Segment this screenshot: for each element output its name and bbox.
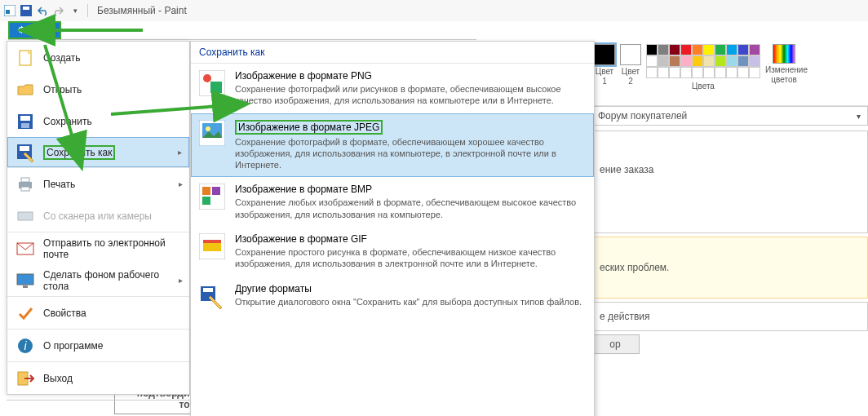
menu-label: О программе (43, 340, 103, 352)
sub-item-title: Изображение в формате GIF (235, 233, 367, 245)
color-swatch[interactable] (658, 55, 669, 67)
sub-item-desc: Сохранение фотографий в формате, обеспеч… (235, 136, 586, 171)
bg-forum-row[interactable]: Форум покупателей▾ (591, 106, 868, 126)
menu-label: Отправить по электронной почте (43, 237, 181, 260)
color-swatch[interactable] (646, 55, 658, 67)
save-as-submenu: Сохранить как Изображение в формате PNG … (190, 41, 595, 416)
color-swatch[interactable] (726, 55, 737, 67)
color-swatch[interactable] (749, 44, 760, 55)
color-swatch[interactable] (715, 55, 726, 67)
menu-label: Сделать фоном рабочего стола (43, 269, 181, 292)
properties-item[interactable]: Свойства (7, 297, 189, 329)
submenu-title: Сохранить как (191, 42, 594, 64)
svg-point-21 (203, 74, 211, 82)
email-item[interactable]: Отправить по электронной почте (7, 232, 189, 264)
save-item[interactable]: Сохранить (7, 105, 189, 137)
color-swatch[interactable] (646, 44, 658, 55)
sub-item-title: Другие форматы (235, 283, 312, 294)
background-page: Форум покупателей▾ ение заказа еских про… (591, 106, 868, 354)
menu-label: Открыть (43, 84, 82, 95)
color-swatch[interactable] (680, 44, 692, 55)
color-swatch[interactable] (669, 44, 680, 55)
app-icon[interactable] (3, 4, 16, 17)
color-swatch[interactable] (692, 44, 703, 55)
qat-dropdown-icon[interactable]: ▾ (69, 4, 82, 17)
window-title: Безымянный - Paint (97, 5, 187, 16)
save-icon[interactable] (20, 4, 33, 17)
color-swatch-empty[interactable] (669, 67, 680, 78)
svg-rect-28 (212, 187, 220, 195)
scanner-item: Со сканера или камеры (7, 200, 189, 232)
edit-colors-button[interactable]: Изменение цветов (765, 44, 803, 85)
svg-rect-6 (20, 116, 30, 121)
color-swatch[interactable] (669, 55, 680, 67)
color-swatch[interactable] (737, 44, 749, 55)
other-formats-icon (199, 283, 225, 309)
chevron-down-icon: ▾ (857, 112, 861, 121)
scanner-icon (16, 206, 35, 226)
saveas-other[interactable]: Другие форматы Открытие диалогового окна… (191, 277, 594, 316)
sub-item-desc: Открытие диалогового окна "Сохранить как… (235, 296, 582, 308)
color1-swatch[interactable]: Цвет 1 (594, 44, 615, 86)
menu-label: Сохранить (43, 116, 92, 127)
svg-rect-12 (21, 187, 29, 191)
info-icon: i (16, 336, 35, 356)
color-swatch-empty[interactable] (703, 67, 715, 78)
bg-button[interactable]: ор (591, 334, 640, 354)
color-swatch[interactable] (703, 55, 715, 67)
redo-icon[interactable] (52, 4, 65, 17)
color2-swatch[interactable]: Цвет 2 (620, 44, 641, 86)
ribbon-colors-group: Цвет 1 Цвет 2 Цвета Изменение цветов (591, 41, 868, 106)
svg-rect-34 (203, 288, 213, 292)
file-tab[interactable]: Файл▼ (8, 21, 61, 39)
exit-item[interactable]: Выход (7, 362, 189, 394)
about-item[interactable]: i О программе (7, 330, 189, 361)
color-swatch[interactable] (737, 55, 749, 67)
envelope-icon (16, 239, 35, 259)
saveas-bmp[interactable]: Изображение в формате BMP Сохранение люб… (191, 177, 594, 227)
saveas-jpeg[interactable]: Изображение в формате JPEG Сохранение фо… (191, 113, 594, 178)
color-swatch-empty[interactable] (726, 67, 737, 78)
checkmark-icon (16, 303, 35, 323)
menu-label: Со сканера или камеры (43, 210, 152, 222)
color-swatch[interactable] (658, 44, 669, 55)
color-swatch[interactable] (680, 55, 692, 67)
color-swatch-empty[interactable] (737, 67, 749, 78)
exit-icon (16, 369, 35, 388)
color-swatch-empty[interactable] (749, 67, 760, 78)
file-menu: Создать Открыть Сохранить Сохранить как … (7, 41, 190, 395)
color-swatch-empty[interactable] (680, 67, 692, 78)
save-as-item[interactable]: Сохранить как (7, 137, 189, 167)
svg-rect-29 (202, 197, 210, 205)
color-swatch-empty[interactable] (646, 67, 658, 78)
bmp-icon (199, 184, 225, 210)
svg-rect-3 (23, 7, 29, 10)
sub-item-desc: Сохранение простого рисунка в формате, о… (235, 246, 586, 270)
new-file-icon (16, 48, 35, 68)
color-swatch-empty[interactable] (658, 67, 669, 78)
color-swatch[interactable] (692, 55, 703, 67)
bg-actions-row: е действия (591, 302, 868, 331)
color-swatch[interactable] (715, 44, 726, 55)
sub-item-title: Изображение в формате JPEG (235, 120, 383, 135)
undo-icon[interactable] (36, 4, 49, 17)
wallpaper-item[interactable]: Сделать фоном рабочего стола (7, 264, 189, 296)
svg-rect-27 (202, 187, 210, 195)
color-swatch[interactable] (726, 44, 737, 55)
saveas-gif[interactable]: Изображение в формате GIF Сохранение про… (191, 227, 594, 277)
color-swatch-empty[interactable] (692, 67, 703, 78)
saveas-png[interactable]: Изображение в формате PNG Сохранение фот… (191, 64, 594, 113)
menu-label: Выход (43, 373, 73, 384)
color-swatch[interactable] (703, 44, 715, 55)
save-icon (16, 112, 35, 131)
print-item[interactable]: Печать (7, 168, 189, 200)
svg-rect-1 (6, 10, 10, 14)
color-swatch-empty[interactable] (715, 67, 726, 78)
create-item[interactable]: Создать (7, 42, 189, 73)
save-as-icon (16, 143, 35, 162)
jpeg-icon (199, 120, 225, 146)
color-swatch[interactable] (749, 55, 760, 67)
open-item[interactable]: Открыть (7, 73, 189, 105)
sub-item-title: Изображение в формате BMP (235, 184, 372, 195)
color-palette[interactable]: Цвета (646, 44, 760, 91)
